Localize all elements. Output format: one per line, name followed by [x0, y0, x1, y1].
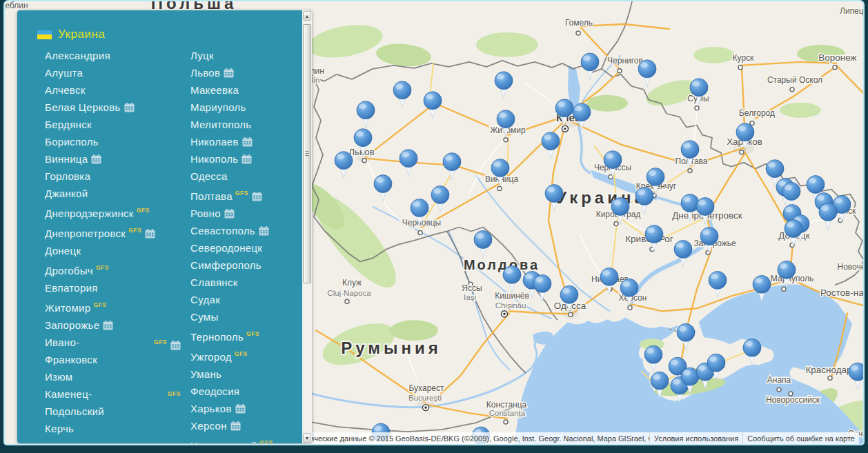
map-city-label: Бухарест: [409, 383, 444, 393]
calendar-icon: [145, 229, 155, 239]
map-city-label: Белгород: [739, 108, 775, 118]
scrollbar-up-button[interactable]: ▲: [303, 11, 311, 21]
map-marker-pin[interactable]: [431, 186, 449, 213]
map-marker-pin[interactable]: [443, 153, 461, 180]
city-list-item[interactable]: Феодосия: [190, 383, 302, 400]
city-list-item[interactable]: Умань: [190, 365, 302, 383]
map-marker-pin[interactable]: [581, 53, 599, 80]
city-list-item[interactable]: ТернопольGFS: [190, 325, 302, 345]
city-list-item[interactable]: Херсон: [190, 417, 302, 434]
capital-city-dot: [502, 311, 508, 317]
city-dot: [828, 376, 832, 380]
panel-header: Украина: [37, 28, 302, 41]
city-list-item[interactable]: Керчь: [45, 420, 190, 437]
city-list-item[interactable]: Алчевск: [45, 81, 190, 99]
map-marker-pin[interactable]: [611, 198, 629, 225]
city-list-item[interactable]: Никополь: [190, 150, 302, 168]
city-list-item[interactable]: Одесса: [190, 168, 302, 185]
gfs-badge: GFS: [96, 264, 109, 271]
map-marker-pin[interactable]: [474, 230, 492, 257]
map-marker-pin[interactable]: [545, 185, 563, 212]
scrollbar-thumb[interactable]: [303, 24, 311, 283]
city-dot: [345, 299, 349, 303]
calendar-icon: [230, 421, 241, 431]
city-list-column-1: АлександрияАлуштаАлчевскБелая ЦерковьБер…: [45, 47, 190, 443]
city-label: Евпатория: [45, 282, 98, 294]
city-list-item[interactable]: Николаев: [190, 133, 302, 150]
city-list-item[interactable]: УжгородGFS: [190, 345, 302, 365]
city-list-item[interactable]: Донецк: [45, 242, 190, 259]
city-list-item[interactable]: ПолтаваGFS: [190, 185, 302, 205]
map-marker-pin[interactable]: [778, 261, 796, 288]
city-list-item[interactable]: Луцк: [190, 47, 302, 64]
city-list-item[interactable]: Северодонецк: [190, 239, 302, 256]
city-list-item[interactable]: Симферополь: [190, 256, 302, 274]
city-list-item[interactable]: Ровно: [190, 205, 302, 222]
city-list-item[interactable]: Мелитополь: [190, 116, 302, 133]
map-city-label: Констанца: [486, 400, 527, 410]
map-marker-pin[interactable]: [393, 81, 411, 108]
map-marker-pin[interactable]: [424, 92, 442, 119]
map-city-label: Яссы: [462, 283, 482, 293]
city-list-item[interactable]: Ивано-GFSФранковск: [45, 334, 190, 368]
map-marker-pin[interactable]: [357, 101, 375, 128]
city-label: Алушта: [45, 67, 83, 79]
map-marker-pin[interactable]: [495, 72, 513, 99]
scrollbar-down-button[interactable]: ▼: [303, 433, 311, 443]
city-list-item[interactable]: Белая Церковь: [45, 99, 190, 116]
report-map-error-link[interactable]: Сообщить об ошибке на карте: [742, 432, 859, 444]
city-list-item[interactable]: ХмельницкийGFS: [190, 434, 302, 443]
city-list-item[interactable]: ДнепропетровскGFS: [45, 222, 190, 242]
map-city-label: Cluj-Napoca: [327, 289, 371, 297]
city-list-item[interactable]: Львов: [190, 64, 302, 81]
map-marker-pin[interactable]: [374, 175, 392, 202]
map-city-label: Липецк: [840, 6, 863, 16]
map-marker-pin[interactable]: [785, 220, 802, 247]
city-dot: [614, 222, 618, 226]
map-city-label: Анапа: [767, 375, 791, 385]
panel-scrollbar[interactable]: ▲ ▼: [302, 10, 312, 443]
city-list-item[interactable]: Каменец-GFSПодольский: [45, 385, 190, 420]
city-list-item[interactable]: ЖитомирGFS: [45, 296, 190, 316]
map-marker-pin[interactable]: [638, 60, 656, 87]
city-list-item[interactable]: Изюм: [45, 368, 190, 385]
city-list-item[interactable]: Алушта: [45, 64, 190, 81]
map-marker-pin[interactable]: [819, 203, 837, 230]
city-list-item[interactable]: Судак: [190, 291, 302, 308]
city-list-item[interactable]: Евпатория: [45, 279, 190, 296]
map-marker-pin[interactable]: [709, 271, 727, 298]
city-list-item[interactable]: ДрогобычGFS: [45, 259, 190, 279]
city-list-item[interactable]: Александрия: [45, 47, 190, 64]
city-label: Мелитополь: [190, 119, 251, 130]
gfs-badge: GFS: [137, 207, 150, 214]
map-marker-pin[interactable]: [604, 151, 622, 178]
city-list-item[interactable]: Севастополь: [190, 222, 302, 239]
map-marker-pin[interactable]: [335, 152, 353, 179]
gfs-badge: GFS: [260, 439, 273, 443]
terms-of-use-link[interactable]: Условия использования: [649, 432, 742, 444]
city-list-item[interactable]: КиевGFS: [45, 437, 190, 443]
city-list-item[interactable]: Борисполь: [45, 133, 190, 150]
city-list-item[interactable]: Винница: [45, 150, 190, 168]
city-list-item[interactable]: Славянск: [190, 274, 302, 291]
city-label: Горловка: [45, 170, 90, 182]
map-marker-pin[interactable]: [849, 363, 863, 390]
gfs-badge: GFS: [168, 390, 181, 397]
city-list-item[interactable]: Горловка: [45, 168, 190, 185]
city-label: Судак: [190, 294, 220, 305]
city-list-item[interactable]: Джанкой: [45, 185, 190, 202]
map-marker-pin[interactable]: [700, 227, 718, 254]
city-dot: [688, 169, 692, 173]
city-list-item[interactable]: Бердянск: [45, 116, 190, 133]
map-marker-pin[interactable]: [645, 225, 663, 252]
map-marker-pin[interactable]: [533, 274, 551, 301]
map-marker-pin[interactable]: [400, 150, 417, 177]
city-label: Ровно: [190, 208, 221, 219]
map-marker-pin[interactable]: [503, 265, 521, 292]
city-list-item[interactable]: Сумы: [190, 308, 302, 325]
city-list-item[interactable]: Запорожье: [45, 316, 190, 334]
city-list-item[interactable]: Макеевка: [190, 81, 302, 99]
city-list-item[interactable]: Харьков: [190, 400, 302, 417]
city-list-item[interactable]: Мариуполь: [190, 99, 302, 116]
city-list-item[interactable]: ДнепродзержинскGFS: [45, 202, 190, 222]
